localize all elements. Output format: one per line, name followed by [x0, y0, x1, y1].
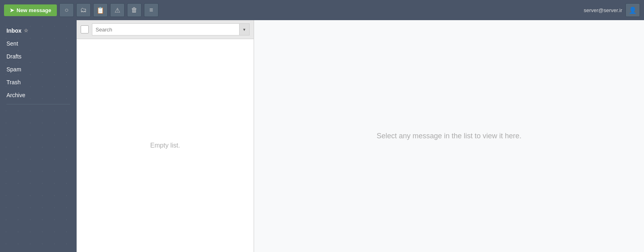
message-list-body: Empty list.: [77, 39, 254, 252]
sidebar-item-label: Archive: [6, 92, 25, 98]
circle-icon: ○: [65, 6, 69, 14]
sidebar-item-trash[interactable]: Trash: [0, 76, 77, 89]
sidebar-item-sent[interactable]: Sent: [0, 37, 77, 50]
sidebar-item-label: Drafts: [6, 53, 21, 60]
search-container: ▾: [92, 23, 250, 35]
new-message-button[interactable]: ➤ New message: [4, 4, 57, 16]
menu-toolbar-button[interactable]: ≡: [144, 3, 158, 17]
empty-list-message: Empty list.: [150, 142, 180, 149]
sidebar: Inbox ☆ Sent Drafts Spam Trash Archive: [0, 20, 77, 252]
send-icon: ➤: [10, 7, 14, 13]
message-view-panel: Select any message in the list to view i…: [254, 20, 644, 252]
trash-icon: 🗑: [131, 6, 138, 14]
folder-icon: 🗂: [80, 6, 87, 14]
new-message-label: New message: [17, 7, 51, 13]
select-all-checkbox[interactable]: [81, 25, 89, 33]
warning-icon: ⚠: [115, 6, 120, 14]
star-icon[interactable]: ☆: [24, 28, 28, 33]
user-avatar-button[interactable]: 👤: [625, 3, 640, 17]
sidebar-item-archive[interactable]: Archive: [0, 89, 77, 102]
main-toolbar: ➤ New message ○ 🗂 📋 ⚠ 🗑 ≡ server@server.…: [0, 0, 644, 20]
sidebar-divider: [6, 104, 70, 104]
search-input[interactable]: [92, 23, 239, 35]
sidebar-item-inbox[interactable]: Inbox ☆: [0, 24, 77, 37]
sidebar-item-label: Trash: [6, 79, 21, 85]
user-email: server@server.ir: [584, 7, 622, 13]
message-list-panel: ▾ Empty list.: [77, 20, 254, 252]
select-message-prompt: Select any message in the list to view i…: [377, 132, 521, 140]
user-icon: 👤: [629, 6, 637, 14]
folder-toolbar-button[interactable]: 🗂: [76, 3, 91, 17]
user-area: server@server.ir 👤: [584, 3, 640, 17]
file-icon: 📋: [96, 6, 104, 14]
circle-toolbar-button[interactable]: ○: [59, 3, 74, 17]
search-dropdown-button[interactable]: ▾: [239, 23, 250, 35]
menu-icon: ≡: [149, 6, 153, 14]
main-content: Inbox ☆ Sent Drafts Spam Trash Archive ▾: [0, 20, 644, 252]
warning-toolbar-button[interactable]: ⚠: [110, 3, 125, 17]
sidebar-item-label: Sent: [6, 40, 18, 47]
chevron-down-icon: ▾: [243, 27, 246, 32]
file-toolbar-button[interactable]: 📋: [93, 3, 108, 17]
sidebar-item-label: Inbox: [6, 27, 21, 34]
trash-toolbar-button[interactable]: 🗑: [127, 3, 142, 17]
sidebar-item-spam[interactable]: Spam: [0, 63, 77, 76]
sidebar-item-label: Spam: [6, 66, 21, 73]
message-list-toolbar: ▾: [77, 20, 254, 39]
sidebar-item-drafts[interactable]: Drafts: [0, 50, 77, 63]
